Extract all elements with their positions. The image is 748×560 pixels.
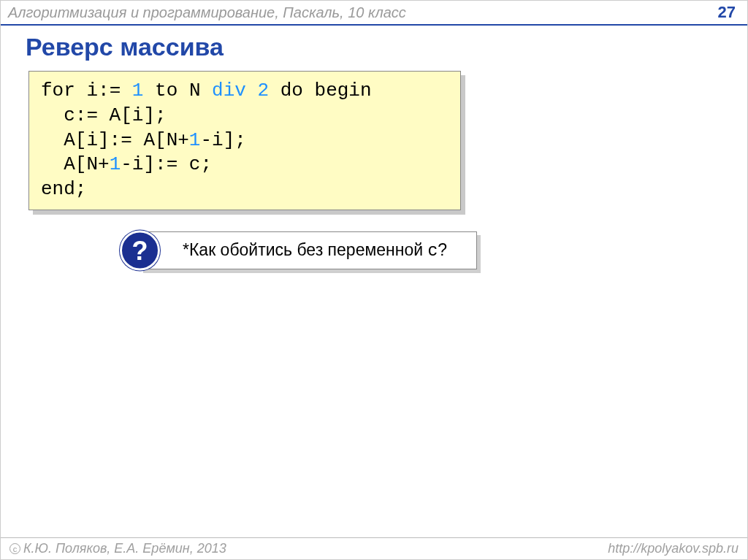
slide: Алгоритмизация и программирование, Паска… — [0, 0, 748, 560]
copyright-icon: c — [9, 543, 20, 554]
code-token: 2 — [258, 80, 270, 101]
hint-box: ? *Как обойтись без переменной c? — [140, 231, 477, 269]
code-token: 1 — [132, 80, 144, 101]
page-title: Реверс массива — [26, 33, 224, 61]
hint-var: c — [427, 242, 438, 261]
code-token: A[N+ — [41, 153, 110, 175]
breadcrumb: Алгоритмизация и программирование, Паска… — [8, 4, 718, 21]
hint-prefix: *Как обойтись без переменной — [183, 240, 427, 259]
code-token: for — [41, 80, 86, 101]
code-token: do begin — [269, 80, 371, 101]
code-token: -i]:= c; — [121, 153, 212, 175]
code-token: 1 — [110, 153, 121, 175]
question-icon: ? — [120, 231, 160, 271]
page-number: 27 — [718, 3, 740, 22]
footer-left: c К.Ю. Поляков, Е.А. Ерёмин, 2013 — [9, 541, 608, 556]
footer-authors: К.Ю. Поляков, Е.А. Ерёмин, 2013 — [23, 541, 226, 556]
hint-text: *Как обойтись без переменной c? — [183, 240, 447, 261]
hint-body: ? *Как обойтись без переменной c? — [140, 231, 477, 269]
code-block: for i:= 1 to N div 2 do begin c:= A[i]; … — [28, 71, 461, 210]
header-bar: Алгоритмизация и программирование, Паска… — [1, 1, 747, 26]
footer-bar: c К.Ю. Поляков, Е.А. Ерёмин, 2013 http:/… — [1, 537, 747, 559]
code-token: i:= — [86, 80, 131, 101]
code-token: c:= A[i]; — [41, 104, 167, 126]
code-token: -i]; — [200, 129, 245, 151]
code-token: 1 — [189, 129, 201, 151]
code-token — [246, 80, 258, 101]
code-body: for i:= 1 to N div 2 do begin c:= A[i]; … — [28, 71, 461, 210]
hint-suffix: ? — [438, 240, 447, 259]
code-token: to — [143, 80, 188, 101]
code-token: A[i]:= A[N+ — [41, 129, 189, 151]
code-token: div — [212, 80, 246, 101]
code-token: N — [189, 80, 212, 101]
footer-url: http://kpolyakov.spb.ru — [608, 541, 739, 556]
code-token: end; — [41, 178, 86, 200]
